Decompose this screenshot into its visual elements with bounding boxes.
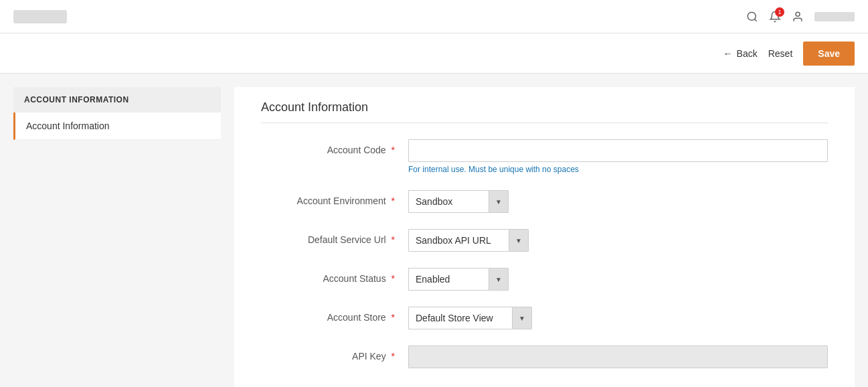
notification-button[interactable]: 1 xyxy=(769,11,781,23)
control-default-service-url: Sandbox API URL Production API URL ▼ xyxy=(408,229,828,252)
top-bar-icons: 1 xyxy=(746,11,855,23)
top-bar: 1 xyxy=(0,0,868,33)
status-dropdown-arrow[interactable]: ▼ xyxy=(489,268,509,291)
account-status-select[interactable]: Enabled Disabled xyxy=(408,268,489,291)
sidebar-item-label: Account Information xyxy=(26,121,110,131)
select-wrap-service-url: Sandbox API URL Production API URL ▼ xyxy=(408,229,828,252)
field-account-code: Account Code * For internal use. Must be… xyxy=(261,139,828,174)
label-account-status: Account Status * xyxy=(261,268,408,284)
required-star-store: * xyxy=(392,312,395,323)
save-label: Save xyxy=(818,48,840,59)
save-button[interactable]: Save xyxy=(803,42,855,66)
control-account-code: For internal use. Must be unique with no… xyxy=(408,139,828,174)
action-bar: ← Back Reset Save xyxy=(0,33,868,74)
control-api-key xyxy=(408,345,828,368)
select-wrap-environment: Sandbox Production ▼ xyxy=(408,190,828,213)
reset-label: Reset xyxy=(768,48,793,59)
select-wrap-store: Default Store View Main Website ▼ xyxy=(408,307,828,329)
field-api-key: API Key * xyxy=(261,345,828,368)
control-account-status: Enabled Disabled ▼ xyxy=(408,268,828,291)
default-service-url-select[interactable]: Sandbox API URL Production API URL xyxy=(408,229,509,252)
sidebar-section-title: ACCOUNT INFORMATION xyxy=(13,87,221,112)
field-account-environment: Account Environment * Sandbox Production… xyxy=(261,190,828,213)
user-name xyxy=(814,12,855,21)
service-url-dropdown-arrow[interactable]: ▼ xyxy=(509,229,529,252)
back-button[interactable]: ← Back xyxy=(723,48,758,59)
api-key-input[interactable] xyxy=(408,345,828,368)
account-environment-select[interactable]: Sandbox Production xyxy=(408,190,489,213)
search-button[interactable] xyxy=(746,11,758,23)
required-star-status: * xyxy=(392,273,395,284)
sidebar-item-account-information[interactable]: Account Information xyxy=(13,112,221,140)
required-star-api: * xyxy=(392,351,395,362)
environment-dropdown-arrow[interactable]: ▼ xyxy=(489,190,509,213)
svg-point-0 xyxy=(748,12,756,20)
main-content: Account Information Account Code * For i… xyxy=(234,87,855,387)
account-store-select[interactable]: Default Store View Main Website xyxy=(408,307,512,329)
back-label: Back xyxy=(737,48,758,59)
store-dropdown-arrow[interactable]: ▼ xyxy=(512,307,532,329)
account-code-note: For internal use. Must be unique with no… xyxy=(408,165,828,174)
reset-button[interactable]: Reset xyxy=(768,48,793,59)
sidebar: ACCOUNT INFORMATION Account Information xyxy=(13,87,221,387)
label-account-environment: Account Environment * xyxy=(261,190,408,206)
required-star: * xyxy=(392,145,395,155)
label-default-service-url: Default Service Url * xyxy=(261,229,408,245)
svg-line-1 xyxy=(754,19,756,21)
back-arrow-icon: ← xyxy=(723,48,733,59)
field-account-status: Account Status * Enabled Disabled ▼ xyxy=(261,268,828,291)
control-account-environment: Sandbox Production ▼ xyxy=(408,190,828,213)
logo xyxy=(13,10,67,23)
user-button[interactable] xyxy=(792,11,804,23)
control-account-store: Default Store View Main Website ▼ xyxy=(408,307,828,329)
required-star-url: * xyxy=(392,234,395,245)
required-star-env: * xyxy=(392,196,395,206)
svg-point-2 xyxy=(796,12,800,16)
label-api-key: API Key * xyxy=(261,345,408,362)
page-layout: ACCOUNT INFORMATION Account Information … xyxy=(0,87,868,387)
label-account-store: Account Store * xyxy=(261,307,408,323)
account-code-input[interactable] xyxy=(408,139,828,162)
page-section-title: Account Information xyxy=(261,100,828,123)
select-wrap-status: Enabled Disabled ▼ xyxy=(408,268,828,291)
notification-badge: 1 xyxy=(775,7,784,17)
label-account-code: Account Code * xyxy=(261,139,408,155)
field-default-service-url: Default Service Url * Sandbox API URL Pr… xyxy=(261,229,828,252)
field-account-store: Account Store * Default Store View Main … xyxy=(261,307,828,329)
